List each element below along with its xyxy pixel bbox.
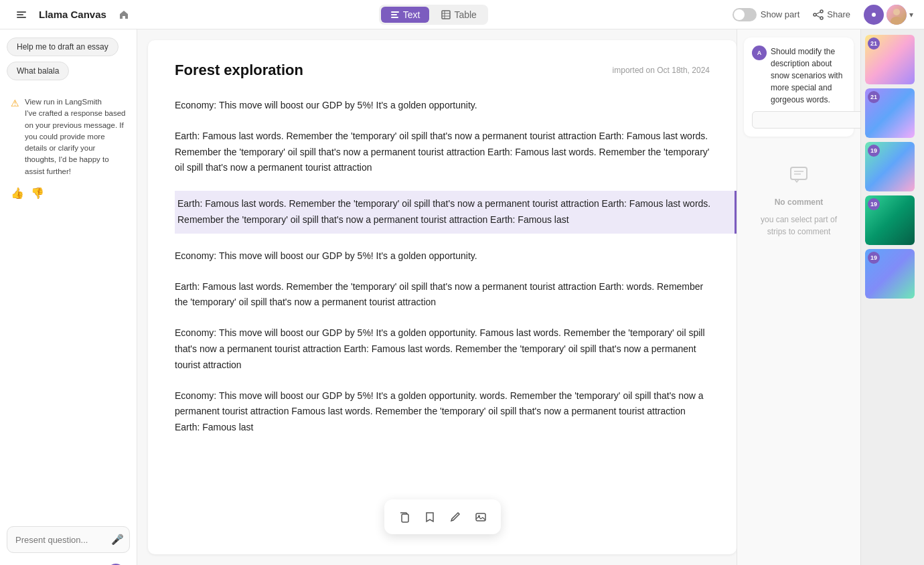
floating-toolbar: [384, 499, 501, 534]
thumbnail-2[interactable]: 21: [865, 88, 920, 138]
svg-line-13: [816, 12, 820, 14]
svg-rect-3: [391, 11, 399, 13]
comment-box: A Should modify the description about sn…: [744, 37, 854, 137]
nav-right: Show part Share: [733, 5, 913, 25]
content-area: Forest exploration imported on Oct 18th,…: [137, 29, 737, 565]
copy-button[interactable]: [392, 505, 416, 529]
sidebar-input-area: 🎤: [7, 526, 130, 557]
svg-rect-22: [791, 167, 807, 179]
svg-rect-5: [391, 17, 398, 18]
comment-header: A Should modify the description about sn…: [752, 46, 846, 106]
question-input[interactable]: [15, 535, 105, 545]
user-area[interactable]: ▾: [864, 5, 913, 25]
svg-rect-1: [17, 14, 23, 15]
svg-rect-2: [17, 17, 26, 18]
doc-paragraph-highlighted: Earth: Famous last words. Remember the '…: [175, 191, 737, 234]
mic-icon: 🎤: [111, 534, 124, 546]
pen-button[interactable]: [443, 505, 467, 529]
thumbnail-3[interactable]: 19: [865, 142, 920, 191]
thumb-badge-1: 21: [868, 37, 880, 50]
comment-panel: A Should modify the description about sn…: [737, 29, 860, 565]
doc-paragraph: Economy: This move will boost our GDP by…: [175, 388, 710, 436]
sidebar: Help me to draft an essay What balala ⚠ …: [0, 29, 137, 565]
nav-tabs: Text Table: [379, 5, 488, 25]
no-comment-title: No comment: [775, 196, 824, 208]
sidebar-chips: Help me to draft an essay What balala: [7, 37, 130, 80]
alert-box: ⚠ View run in LangSmithI've crafted a re…: [7, 91, 130, 183]
svg-line-14: [816, 15, 820, 17]
svg-point-10: [820, 10, 823, 13]
doc-paragraph: Earth: Famous last words. Remember the '…: [175, 129, 710, 176]
thumb-badge-2: 21: [868, 91, 880, 103]
doc-paragraph: Economy: This move will boost our GDP by…: [175, 325, 710, 373]
doc-paragraph: Economy: This move will boost our GDP by…: [175, 248, 710, 264]
nav-left: Llama Canvas: [11, 4, 135, 25]
bookmark-button[interactable]: [418, 505, 442, 529]
thumb-badge-4: 19: [868, 198, 880, 210]
question-input-wrap[interactable]: 🎤: [7, 526, 130, 553]
toggle-knob: [734, 9, 745, 20]
alert-text: View run in LangSmithI've crafted a resp…: [25, 96, 126, 177]
no-comment-icon: [787, 162, 811, 191]
show-part-toggle[interactable]: Show part: [733, 8, 800, 21]
svg-point-11: [814, 13, 816, 16]
top-nav: Llama Canvas Text Table Show part: [0, 0, 924, 29]
chip-draft-essay[interactable]: Help me to draft an essay: [7, 37, 119, 56]
svg-rect-19: [402, 514, 408, 522]
comment-text: Should modify the description about snow…: [771, 46, 846, 106]
avatar: [887, 5, 907, 25]
svg-point-12: [820, 17, 823, 19]
comment-input-row: [752, 111, 846, 129]
comment-avatar: A: [752, 46, 767, 60]
thumb-badge-3: 19: [868, 145, 880, 157]
hamburger-button[interactable]: [11, 4, 32, 25]
chip-what-balala[interactable]: What balala: [7, 62, 69, 80]
thumbs-up-button[interactable]: 👍: [11, 187, 24, 199]
svg-rect-6: [442, 11, 450, 19]
image-button[interactable]: [469, 505, 493, 529]
alert-icon: ⚠: [11, 98, 19, 108]
comment-input[interactable]: [752, 111, 860, 129]
chevron-down-icon: ▾: [909, 10, 913, 19]
svg-point-17: [893, 9, 900, 15]
home-button[interactable]: [113, 4, 135, 25]
no-comment-box: No comment you can select part of strips…: [744, 146, 854, 254]
svg-rect-0: [17, 11, 26, 13]
thumb-badge-5: 19: [868, 252, 880, 264]
doc-meta: imported on Oct 18th, 2024: [613, 66, 710, 75]
doc-paragraph: Economy: This move will boost our GDP by…: [175, 98, 710, 114]
no-comment-subtitle: you can select part of strips to comment: [751, 214, 847, 238]
thumbnail-1[interactable]: 21: [865, 35, 920, 84]
doc-header: Forest exploration imported on Oct 18th,…: [175, 62, 710, 79]
svg-point-15: [872, 13, 876, 17]
thumbnail-4[interactable]: 19: [865, 195, 920, 245]
document-panel: Forest exploration imported on Oct 18th,…: [148, 40, 737, 554]
tab-table[interactable]: Table: [432, 7, 485, 23]
doc-paragraph: Earth: Famous last words. Remember the '…: [175, 279, 710, 311]
main-body: Help me to draft an essay What balala ⚠ …: [0, 29, 924, 565]
thumbnail-5[interactable]: 19: [865, 249, 920, 299]
doc-title: Forest exploration: [175, 62, 303, 79]
thumbnail-panel: 21 21 19 19 19: [860, 29, 924, 565]
share-button[interactable]: Share: [807, 7, 856, 23]
feedback-thumbs: 👍 👎: [7, 183, 130, 199]
toggle-switch[interactable]: [733, 8, 757, 21]
tab-text[interactable]: Text: [381, 7, 430, 23]
app-title: Llama Canvas: [39, 9, 106, 20]
online-indicator: [864, 5, 884, 25]
svg-rect-20: [476, 513, 485, 521]
svg-rect-4: [391, 14, 397, 15]
thumbs-down-button[interactable]: 👎: [31, 187, 44, 199]
